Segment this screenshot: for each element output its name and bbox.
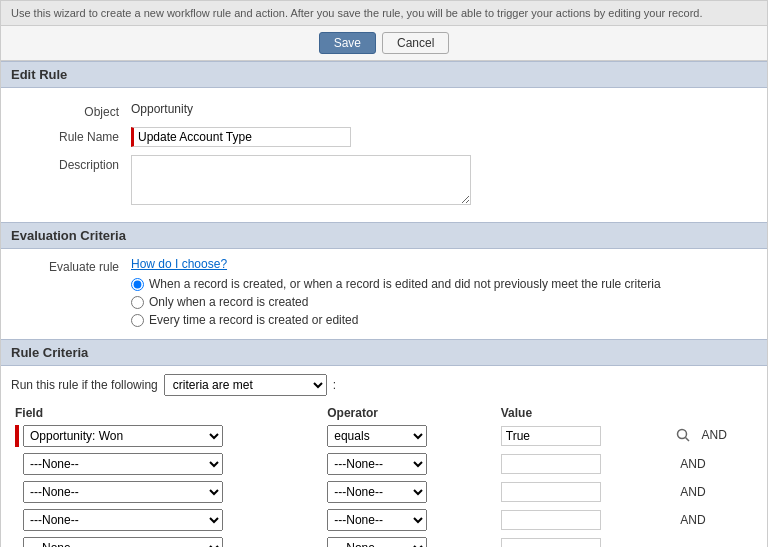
col-field: Field: [11, 404, 323, 422]
operator-cell-4: ---None--: [323, 506, 496, 534]
value-input-4[interactable]: [501, 510, 601, 530]
top-bar-text: Use this wizard to create a new workflow…: [11, 7, 703, 19]
rule-name-label: Rule Name: [11, 127, 131, 144]
rule-name-row: Rule Name: [1, 123, 767, 151]
value-input-1[interactable]: [501, 426, 601, 446]
edit-rule-header: Edit Rule: [1, 61, 767, 88]
edit-rule-section: Edit Rule Object Opportunity Rule Name D…: [1, 61, 767, 222]
criteria-intro-text: Run this rule if the following: [11, 378, 158, 392]
field-cell-3: ---None--: [11, 478, 323, 506]
operator-select-3[interactable]: ---None--: [327, 481, 427, 503]
and-cell-1: AND: [670, 422, 757, 450]
value-cell-3: [497, 478, 670, 506]
operator-select-5[interactable]: ---None--: [327, 537, 427, 547]
rule-criteria-header: Rule Criteria: [1, 339, 767, 366]
and-label-4: AND: [674, 513, 705, 527]
radio-option-1: When a record is created, or when a reco…: [131, 277, 757, 291]
object-row: Object Opportunity: [1, 98, 767, 123]
radio-label-1: When a record is created, or when a reco…: [149, 277, 661, 291]
object-static: Opportunity: [131, 99, 193, 116]
operator-cell-3: ---None--: [323, 478, 496, 506]
radio-input-1[interactable]: [131, 278, 144, 291]
table-row: ---None-- ---None-- AND: [11, 478, 757, 506]
eval-options: How do I choose? When a record is create…: [131, 257, 757, 331]
object-value: Opportunity: [131, 102, 757, 116]
table-row: ---None-- ---None-- AND: [11, 506, 757, 534]
search-icon-1[interactable]: [676, 428, 692, 444]
svg-line-1: [686, 438, 690, 442]
criteria-intro: Run this rule if the following criteria …: [11, 374, 757, 396]
svg-point-0: [678, 430, 687, 439]
how-to-choose-link[interactable]: How do I choose?: [131, 257, 757, 271]
page-wrapper: Use this wizard to create a new workflow…: [0, 0, 768, 547]
value-cell-5: [497, 534, 670, 547]
evaluation-criteria-section: Evaluation Criteria Evaluate rule How do…: [1, 222, 767, 339]
field-select-3[interactable]: ---None--: [23, 481, 223, 503]
radio-option-3: Every time a record is created or edited: [131, 313, 757, 327]
top-action-bar: Save Cancel: [1, 26, 767, 61]
value-cell-4: [497, 506, 670, 534]
operator-select-1[interactable]: equals: [327, 425, 427, 447]
operator-cell-5: ---None--: [323, 534, 496, 547]
description-textarea[interactable]: [131, 155, 471, 205]
value-input-5[interactable]: [501, 538, 601, 547]
rule-name-value: [131, 127, 757, 147]
eval-row: Evaluate rule How do I choose? When a re…: [11, 257, 757, 331]
top-bar: Use this wizard to create a new workflow…: [1, 1, 767, 26]
and-cell-2: AND: [670, 450, 757, 478]
evaluation-criteria-header: Evaluation Criteria: [1, 222, 767, 249]
radio-label-2: Only when a record is created: [149, 295, 308, 309]
field-cell-4: ---None--: [11, 506, 323, 534]
table-row: ---None-- ---None-- AND: [11, 450, 757, 478]
radio-label-3: Every time a record is created or edited: [149, 313, 358, 327]
edit-rule-body: Object Opportunity Rule Name Description: [1, 88, 767, 222]
col-value: Value: [497, 404, 670, 422]
top-save-button[interactable]: Save: [319, 32, 376, 54]
criteria-type-select[interactable]: criteria are met any criteria are met fo…: [164, 374, 327, 396]
top-cancel-button[interactable]: Cancel: [382, 32, 449, 54]
field-select-1[interactable]: Opportunity: Won: [23, 425, 223, 447]
field-cell-1: Opportunity: Won: [11, 422, 323, 450]
rule-name-input[interactable]: [131, 127, 351, 147]
value-cell-2: [497, 450, 670, 478]
and-cell-5: [670, 534, 757, 547]
operator-select-2[interactable]: ---None--: [327, 453, 427, 475]
eval-label: Evaluate rule: [11, 257, 131, 274]
and-label-3: AND: [674, 485, 705, 499]
criteria-intro-suffix: :: [333, 378, 336, 392]
rule-criteria-body: Run this rule if the following criteria …: [1, 366, 767, 547]
and-label-1: AND: [696, 428, 727, 442]
value-input-2[interactable]: [501, 454, 601, 474]
radio-input-3[interactable]: [131, 314, 144, 327]
col-operator: Operator: [323, 404, 496, 422]
field-cell-2: ---None--: [11, 450, 323, 478]
object-label: Object: [11, 102, 131, 119]
description-value: [131, 155, 757, 208]
value-input-3[interactable]: [501, 482, 601, 502]
row-marker-1: [15, 425, 19, 447]
table-row: ---None-- ---None--: [11, 534, 757, 547]
radio-option-2: Only when a record is created: [131, 295, 757, 309]
rule-criteria-section: Rule Criteria Run this rule if the follo…: [1, 339, 767, 547]
description-row: Description: [1, 151, 767, 212]
field-select-2[interactable]: ---None--: [23, 453, 223, 475]
and-label-2: AND: [674, 457, 705, 471]
and-cell-3: AND: [670, 478, 757, 506]
description-label: Description: [11, 155, 131, 172]
radio-input-2[interactable]: [131, 296, 144, 309]
operator-select-4[interactable]: ---None--: [327, 509, 427, 531]
operator-cell-1: equals: [323, 422, 496, 450]
field-cell-5: ---None--: [11, 534, 323, 547]
and-cell-4: AND: [670, 506, 757, 534]
evaluation-criteria-body: Evaluate rule How do I choose? When a re…: [1, 249, 767, 339]
operator-cell-2: ---None--: [323, 450, 496, 478]
value-cell-1: [497, 422, 670, 450]
field-select-5[interactable]: ---None--: [23, 537, 223, 547]
table-row: Opportunity: Won equals: [11, 422, 757, 450]
criteria-table-header-row: Field Operator Value: [11, 404, 757, 422]
field-select-4[interactable]: ---None--: [23, 509, 223, 531]
criteria-table: Field Operator Value Opportunity: [11, 404, 757, 547]
